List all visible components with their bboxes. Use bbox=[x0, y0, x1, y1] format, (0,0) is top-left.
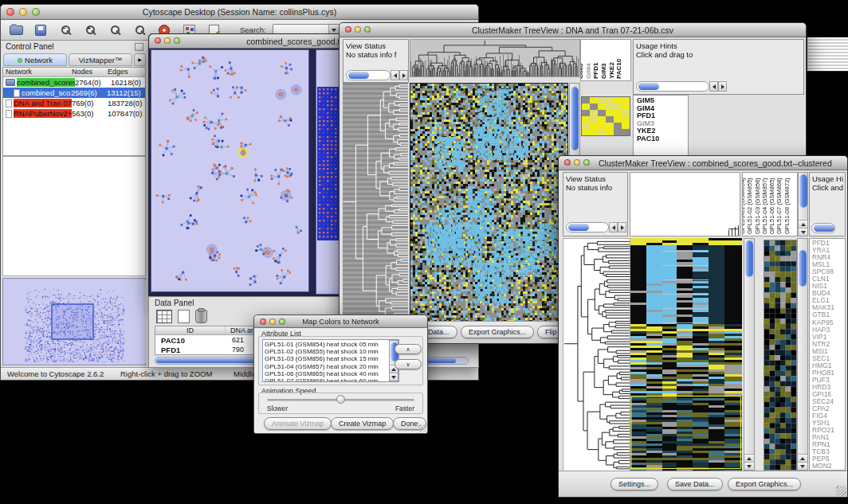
slower-label: Slower bbox=[267, 404, 288, 412]
scroll-up-icon[interactable] bbox=[798, 454, 807, 462]
save-icon[interactable] bbox=[32, 23, 49, 37]
scrollbar-thumb[interactable] bbox=[745, 240, 753, 277]
move-down-button[interactable]: ∨ bbox=[395, 359, 422, 369]
zoom-window-icon[interactable] bbox=[174, 37, 180, 44]
network-table-row[interactable]: combined_scores 2764(0) 16218(0) bbox=[3, 77, 145, 88]
network-table-header[interactable]: Network Nodes Edges bbox=[3, 68, 145, 77]
row-dendrogram-canvas[interactable] bbox=[343, 83, 408, 321]
zoom-in-icon[interactable]: + bbox=[81, 23, 99, 37]
scrollbar-thumb[interactable] bbox=[799, 250, 807, 287]
scroll-up-icon[interactable] bbox=[799, 220, 807, 228]
scroll-left-icon[interactable] bbox=[391, 70, 399, 80]
attribute-item[interactable]: GPL51-02 (GSM855) heat shock 10 min bbox=[265, 348, 398, 355]
move-up-button[interactable]: ∧ bbox=[395, 344, 422, 354]
main-titlebar[interactable]: Cytoscape Desktop (Session Name: collins… bbox=[1, 5, 478, 20]
heatmap-canvas[interactable] bbox=[630, 238, 742, 471]
zoom-window-icon[interactable] bbox=[279, 318, 285, 325]
attribute-item[interactable]: GPL51-07 (GSM868) heat shock 60 min bbox=[265, 377, 398, 382]
tab-network[interactable]: Network bbox=[3, 53, 67, 66]
gene-name[interactable]: MON2 bbox=[812, 463, 845, 470]
tv2-settings-button[interactable]: Settings... bbox=[610, 478, 658, 490]
close-icon[interactable] bbox=[155, 37, 161, 44]
hscrollbar[interactable] bbox=[636, 81, 709, 92]
scroll-down-icon[interactable] bbox=[390, 373, 398, 381]
heatmap-vscrollbar[interactable] bbox=[744, 238, 755, 471]
zoom-fit-icon[interactable] bbox=[106, 23, 124, 37]
column-labels: GIM5 GIM4 PFD1 GIM3 YKE2 PAC10 bbox=[580, 39, 631, 81]
scrollbar-thumb[interactable] bbox=[799, 174, 807, 208]
scroll-up-icon[interactable] bbox=[744, 454, 754, 462]
network-canvas[interactable] bbox=[151, 49, 309, 292]
zoom-window-icon[interactable] bbox=[364, 26, 371, 33]
zoom-selected-icon[interactable]: ▫ bbox=[131, 23, 148, 37]
attribute-item[interactable]: GPL51-04 (GSM857) heat shock 20 min bbox=[265, 363, 398, 370]
gene-name-list: PFD1YRA1RNR4MSL1SPC98CLN1NIS1BUD4ELG1MAK… bbox=[809, 238, 846, 471]
tab-overflow-button[interactable]: ▶ bbox=[134, 53, 146, 66]
birdseye-canvas[interactable] bbox=[4, 280, 146, 363]
open-file-icon[interactable] bbox=[7, 23, 25, 37]
birdseye-view[interactable] bbox=[2, 278, 146, 365]
hscrollbar[interactable] bbox=[566, 222, 609, 232]
close-icon[interactable] bbox=[6, 8, 14, 16]
scroll-down-icon[interactable] bbox=[798, 462, 807, 470]
zoom-out-icon[interactable]: − bbox=[57, 23, 74, 37]
speed-slider[interactable] bbox=[267, 399, 414, 401]
minimize-icon[interactable] bbox=[269, 318, 276, 325]
zoom-window-icon[interactable] bbox=[32, 8, 40, 16]
minimize-icon[interactable] bbox=[574, 159, 580, 166]
scroll-right-icon[interactable] bbox=[399, 70, 408, 80]
zoomed-heatmap-canvas[interactable] bbox=[764, 240, 797, 471]
dense-network-grid-canvas[interactable] bbox=[317, 87, 340, 240]
scroll-left-icon[interactable] bbox=[709, 81, 718, 92]
attribute-item[interactable]: GPL51-01 (GSM854) heat shock 05 min bbox=[265, 341, 398, 348]
close-icon[interactable] bbox=[345, 26, 351, 33]
close-icon[interactable] bbox=[564, 159, 571, 166]
minimize-icon[interactable] bbox=[355, 26, 361, 33]
animate-vizmap-button[interactable]: Animate Vizmap bbox=[264, 417, 332, 430]
heatmap-canvas[interactable] bbox=[410, 83, 568, 322]
dialog-titlebar[interactable]: Map Colors to Network bbox=[254, 315, 427, 328]
tv1-export-graphics-button[interactable]: Export Graphics... bbox=[461, 326, 534, 338]
zoom-window-icon[interactable] bbox=[583, 159, 590, 166]
column-labels-vscrollbar[interactable] bbox=[798, 172, 808, 236]
column-dendrogram-canvas[interactable] bbox=[630, 173, 740, 236]
tab-vizmapper[interactable]: VizMapper™ bbox=[69, 53, 132, 66]
minimize-icon[interactable] bbox=[164, 37, 171, 44]
column-dendrogram-canvas[interactable] bbox=[410, 39, 580, 77]
treeview1-titlebar[interactable]: ClusterMaker TreeView : DNA and Tran 07-… bbox=[340, 23, 806, 37]
zoomed-heatmap-vscrollbar[interactable] bbox=[797, 238, 808, 471]
close-icon[interactable] bbox=[260, 318, 266, 325]
column-dendrogram-panel[interactable] bbox=[630, 172, 740, 236]
new-attribute-icon[interactable] bbox=[178, 310, 190, 323]
slider-thumb[interactable] bbox=[336, 395, 345, 404]
column-label[interactable]: PAC10 bbox=[622, 40, 630, 80]
minimize-icon[interactable] bbox=[19, 8, 27, 16]
row-dendrogram-canvas[interactable] bbox=[563, 238, 630, 472]
hscrollbar[interactable] bbox=[346, 70, 391, 80]
mini-heatmap-canvas[interactable] bbox=[581, 96, 630, 136]
resize-grip-icon[interactable] bbox=[418, 424, 426, 432]
scroll-down-icon[interactable] bbox=[744, 462, 754, 470]
network-table-row[interactable]: RNAPuberNov2+! 563(0) 107847(0) bbox=[3, 108, 145, 119]
treeview2-titlebar[interactable]: ClusterMaker TreeView : combined_scores_… bbox=[559, 156, 847, 170]
attribute-item[interactable]: GPL51-06 (GSM865) heat shock 40 min bbox=[265, 370, 398, 377]
scroll-down-icon[interactable] bbox=[799, 228, 807, 236]
create-vizmap-button[interactable]: Create Vizmap bbox=[331, 417, 394, 430]
network-table-row[interactable]: combined_sco 2569(6) 13112(15) bbox=[3, 88, 145, 98]
column-label[interactable]: GPL51-08 (GSM872) bbox=[790, 173, 797, 236]
select-attributes-icon[interactable] bbox=[156, 310, 172, 323]
resize-grip-icon[interactable] bbox=[836, 486, 846, 496]
panel-float-icon[interactable] bbox=[135, 43, 143, 51]
attribute-item[interactable]: GPL51-03 (GSM856) heat shock 15 min bbox=[265, 355, 398, 362]
scroll-right-icon[interactable] bbox=[718, 81, 727, 92]
tv2-export-graphics-button[interactable]: Export Graphics... bbox=[728, 478, 801, 490]
scrollbar-thumb[interactable] bbox=[571, 87, 579, 150]
scroll-right-icon[interactable] bbox=[618, 222, 626, 232]
search-input[interactable] bbox=[273, 26, 328, 34]
tv2-save-data-button[interactable]: Save Data... bbox=[667, 478, 723, 490]
scroll-left-icon[interactable] bbox=[609, 222, 618, 232]
network-table-row[interactable]: DNA and Tran 07 769(0) 183728(0) bbox=[3, 98, 145, 108]
gene-label[interactable]: PAC10 bbox=[637, 135, 688, 143]
delete-attribute-icon[interactable] bbox=[195, 310, 207, 323]
hscrollbar[interactable] bbox=[811, 223, 835, 233]
